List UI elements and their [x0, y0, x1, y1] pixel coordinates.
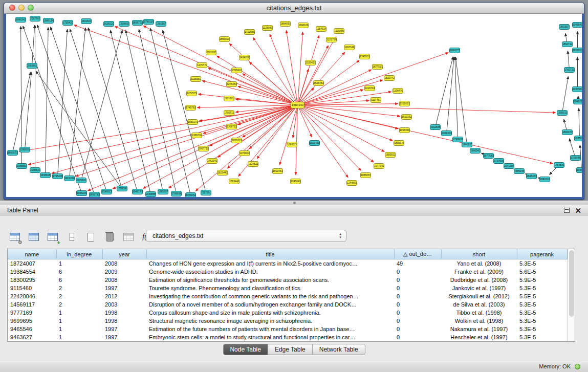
graph-node[interactable]: 16859213 — [385, 152, 396, 158]
column-header[interactable]: in_degree — [56, 249, 102, 259]
table-cell[interactable]: 5.3E-5 — [517, 309, 567, 317]
graph-node[interactable]: 19965430 — [470, 148, 481, 154]
row-height-icon[interactable] — [65, 230, 78, 244]
graph-node[interactable]: 18850570 — [158, 189, 168, 194]
graph-node[interactable]: 16262207 — [103, 21, 114, 27]
table-cell[interactable]: Dudbridge et al. (2008) — [441, 276, 517, 284]
table-cell[interactable]: Changes of HCN gene expression and I(f) … — [146, 259, 394, 268]
table-cell[interactable]: 19384554 — [8, 268, 56, 276]
table-cell[interactable]: Estimation of the future numbers of pati… — [146, 325, 394, 333]
panel-splitter[interactable] — [0, 201, 588, 205]
table-cell[interactable]: 0 — [394, 292, 441, 300]
graph-node[interactable]: 17095986 — [570, 155, 581, 161]
graph-node[interactable]: 13067122 — [226, 124, 237, 129]
table-cell[interactable]: 1997 — [102, 325, 146, 333]
graph-node[interactable]: 20356308 — [30, 167, 40, 173]
graph-node[interactable]: 18927125 — [89, 192, 100, 197]
table-cell[interactable]: 0 — [394, 333, 441, 341]
float-panel-icon[interactable] — [564, 208, 570, 213]
graph-node[interactable]: 12725712 — [186, 91, 197, 96]
graph-node[interactable]: 17554300 — [62, 20, 73, 26]
table-cell[interactable]: 5.3E-5 — [517, 259, 567, 268]
table-cell[interactable]: Stergiakouli et al. (2012) — [441, 292, 517, 300]
graph-node[interactable]: 20056804 — [76, 178, 86, 183]
table-row[interactable]: 2242004622012Investigating the contribut… — [8, 292, 567, 300]
table-cell[interactable]: 2 — [56, 300, 102, 309]
graph-node[interactable]: 13867313 — [191, 133, 202, 138]
table-row[interactable]: 969969511998Structural magnetic resonanc… — [8, 317, 567, 325]
graph-node[interactable]: 30677135 — [198, 146, 209, 151]
graph-node[interactable]: 11534691 — [399, 127, 410, 133]
table-cell[interactable]: 2012 — [102, 292, 146, 300]
table-cell[interactable]: Nakamura et al. (1997) — [441, 325, 517, 333]
graph-node[interactable]: 18316030 — [81, 18, 92, 24]
graph-node[interactable]: 19096924 — [119, 21, 129, 27]
table-cell[interactable]: Wolkin et al. (1998) — [441, 317, 517, 325]
graph-node[interactable]: 18210213 — [231, 138, 242, 143]
graph-node[interactable]: 19118112 — [224, 96, 234, 101]
graph-node[interactable]: 20813035 — [441, 130, 452, 136]
graph-node[interactable]: 17376063 — [493, 158, 504, 164]
table-cell[interactable]: 49 — [394, 259, 441, 268]
table-cell[interactable]: 5.9E-5 — [517, 276, 567, 284]
graph-node[interactable]: 17901297 — [143, 19, 154, 25]
graph-node[interactable]: 18600713 — [562, 129, 573, 135]
graph-node[interactable]: 12757707 — [197, 62, 207, 68]
table-row[interactable]: 911546021997Tourette syndrome. Phenomeno… — [8, 284, 567, 292]
table-cell[interactable]: 1998 — [102, 309, 146, 317]
graph-node[interactable]: 19560520 — [185, 192, 196, 197]
column-header[interactable]: △ out_de… — [394, 249, 441, 259]
table-cell[interactable]: 2 — [56, 284, 102, 292]
close-panel-icon[interactable]: ✕ — [575, 206, 581, 215]
graph-node[interactable]: 16101627 — [401, 114, 412, 120]
graph-node[interactable]: 19915576 — [156, 21, 166, 27]
table-cell[interactable]: Estimation of significance thresholds fo… — [146, 276, 394, 284]
table-cell[interactable]: 1997 — [102, 284, 146, 292]
delete-table-icon[interactable] — [103, 230, 116, 244]
table-cell[interactable]: 6 — [56, 276, 102, 284]
table-cell[interactable]: 0 — [394, 268, 441, 276]
graph-node[interactable]: 17226806 — [244, 29, 255, 35]
graph-node[interactable]: 19013904 — [64, 176, 75, 181]
table-cell[interactable]: 1 — [56, 309, 102, 317]
graph-node[interactable]: 27854107 — [231, 68, 242, 73]
tab-network-table[interactable]: Network Table — [313, 344, 365, 355]
table-cell[interactable]: 6 — [56, 268, 102, 276]
table-cell[interactable]: 14569117 — [8, 300, 56, 309]
table-cell[interactable]: Investigating the contribution of common… — [146, 292, 394, 300]
graph-node[interactable]: 17485013 — [359, 54, 370, 59]
graph-node[interactable]: 16107427 — [384, 75, 395, 81]
graph-node[interactable]: 18124515 — [272, 168, 283, 174]
graph-node[interactable]: 17067133 — [224, 110, 234, 116]
graph-node[interactable]: 11283312 — [190, 76, 201, 82]
graph-node[interactable]: 18466088 — [40, 172, 51, 178]
column-header[interactable]: pagerank — [517, 249, 567, 259]
table-cell[interactable]: de Silva et al. (2003) — [441, 300, 517, 309]
column-header[interactable]: title — [146, 249, 394, 259]
graph-node[interactable]: 18463371 — [462, 142, 472, 147]
graph-node[interactable]: 10973493 — [344, 45, 355, 50]
table-cell[interactable]: 1998 — [102, 317, 146, 325]
table-row[interactable]: 977716911998Corpus callosum shape and si… — [8, 309, 567, 317]
table-cell[interactable]: Hescheler et al. (1997) — [441, 333, 517, 341]
graph-node[interactable]: 17095985 — [117, 186, 127, 191]
graph-node[interactable]: 18600712 — [7, 150, 18, 156]
graph-node[interactable]: 12217897 — [326, 37, 337, 42]
graph-node[interactable]: 17954084 — [52, 173, 63, 179]
graph-node[interactable]: 19861665 — [514, 168, 525, 174]
column-header[interactable]: short — [441, 249, 517, 259]
network-window[interactable]: citations_edges.txt 18663425205776371986… — [4, 2, 584, 200]
graph-node[interactable]: 19412176 — [573, 99, 582, 104]
graph-node[interactable]: 20012057 — [206, 50, 216, 55]
graph-node[interactable]: 14342004 — [239, 55, 250, 60]
graph-node[interactable]: 18927126 — [562, 41, 573, 47]
table-row[interactable]: 1938455462009Genome-wide association stu… — [8, 268, 567, 276]
table-cell[interactable]: 1 — [56, 333, 102, 341]
table-cell[interactable]: 0 — [394, 300, 441, 309]
graph-node[interactable]: 20635012 — [27, 63, 37, 69]
graph-node[interactable]: 12448012 — [346, 180, 357, 186]
column-header[interactable]: name — [8, 249, 56, 259]
graph-node[interactable]: 20438418 — [572, 22, 582, 28]
table-cell[interactable]: Yano et al. (2008) — [441, 259, 517, 268]
graph-node[interactable]: 19565500 — [16, 163, 27, 169]
